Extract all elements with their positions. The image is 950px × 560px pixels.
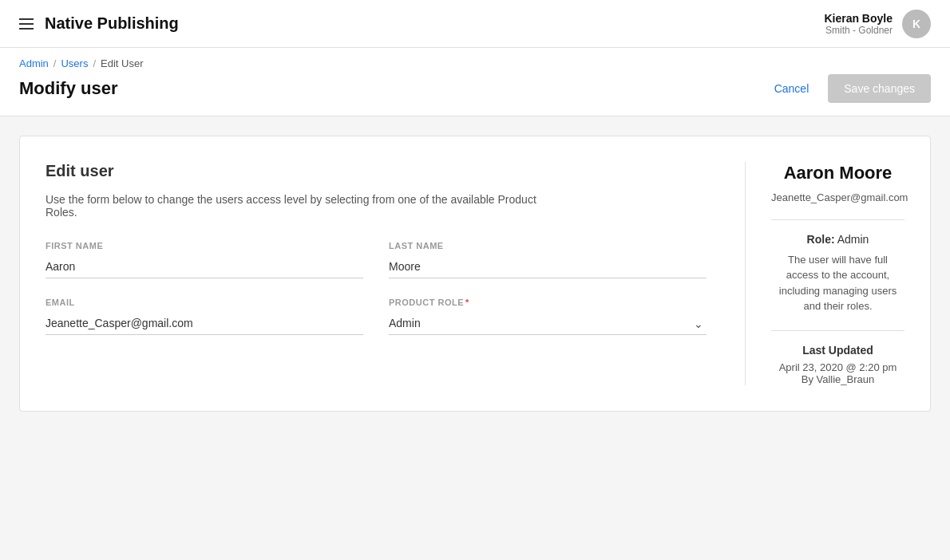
form-group-last-name: LAST NAME — [389, 241, 707, 278]
form-row-email-role: EMAIL PRODUCT ROLE* Admin Editor Viewer … — [46, 298, 707, 335]
last-updated-title: Last Updated — [771, 344, 904, 357]
last-name-label: LAST NAME — [389, 241, 707, 250]
header-left: Native Publishing — [19, 14, 179, 33]
app-header: Native Publishing Kieran Boyle Smith - G… — [0, 0, 950, 48]
form-title: Edit user — [46, 162, 707, 180]
last-updated-by: By Vallie_Braun — [771, 373, 904, 385]
content-card: Edit user Use the form below to change t… — [19, 136, 931, 412]
user-company: Smith - Goldner — [824, 25, 893, 36]
email-label: EMAIL — [46, 298, 363, 307]
side-role-description: The user will have full access to the ac… — [771, 252, 904, 314]
hamburger-menu-icon[interactable] — [19, 18, 34, 30]
page-actions: Cancel Save changes — [765, 74, 931, 103]
first-name-input[interactable] — [46, 255, 363, 278]
page-header-bottom: Modify user Cancel Save changes — [19, 74, 931, 103]
form-group-first-name: FIRST NAME — [46, 241, 363, 278]
user-name: Kieran Boyle — [824, 12, 893, 25]
app-title: Native Publishing — [45, 14, 179, 33]
breadcrumb-users[interactable]: Users — [61, 57, 88, 69]
form-description: Use the form below to change the users a… — [46, 193, 540, 219]
form-group-product-role: PRODUCT ROLE* Admin Editor Viewer Contri… — [389, 298, 707, 335]
breadcrumb-admin[interactable]: Admin — [19, 57, 49, 69]
page-header: Admin / Users / Edit User Modify user Ca… — [0, 48, 950, 116]
breadcrumb-separator-1: / — [53, 57, 57, 69]
side-panel: Aaron Moore Jeanette_Casper@gmail.com Ro… — [745, 162, 904, 385]
product-role-select-wrapper: Admin Editor Viewer Contributor ⌄ — [389, 312, 707, 335]
product-role-select[interactable]: Admin Editor Viewer Contributor — [389, 312, 707, 335]
breadcrumb-separator-2: / — [93, 57, 96, 69]
main-content: Edit user Use the form below to change t… — [0, 116, 950, 431]
side-divider-2 — [771, 330, 904, 331]
form-section: Edit user Use the form below to change t… — [46, 162, 707, 385]
side-role-value: Admin — [837, 233, 869, 246]
breadcrumb: Admin / Users / Edit User — [19, 57, 931, 69]
page-title: Modify user — [19, 78, 117, 99]
product-role-label: PRODUCT ROLE* — [389, 298, 707, 307]
required-indicator: * — [465, 298, 469, 307]
header-right: Kieran Boyle Smith - Goldner K — [824, 10, 931, 38]
user-info: Kieran Boyle Smith - Goldner — [824, 12, 893, 36]
save-changes-button[interactable]: Save changes — [828, 74, 931, 103]
cancel-button[interactable]: Cancel — [765, 76, 819, 101]
side-user-email: Jeanette_Casper@gmail.com — [771, 191, 904, 203]
avatar: K — [902, 10, 931, 38]
form-row-names: FIRST NAME LAST NAME — [46, 241, 707, 278]
form-group-email: EMAIL — [46, 298, 363, 335]
side-divider-1 — [771, 219, 904, 220]
breadcrumb-edit-user: Edit User — [101, 57, 143, 69]
email-input[interactable] — [46, 312, 363, 335]
side-user-name: Aaron Moore — [771, 162, 904, 185]
side-role: Role: Admin — [771, 233, 904, 246]
last-updated-date: April 23, 2020 @ 2:20 pm — [771, 361, 904, 373]
first-name-label: FIRST NAME — [46, 241, 363, 250]
last-name-input[interactable] — [389, 255, 707, 278]
